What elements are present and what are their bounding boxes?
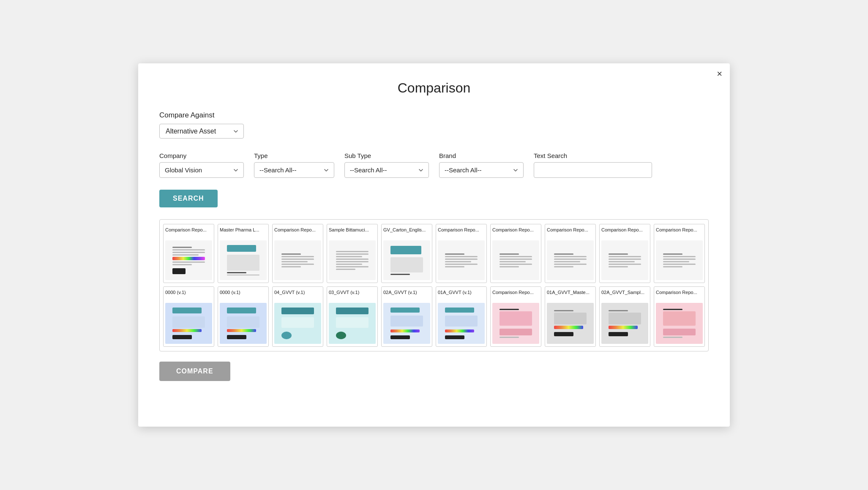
brand-select[interactable]: --Search All-- Brand A Brand B [439,162,524,178]
result-card-title: Comparison Repo... [601,227,648,239]
result-card-title: Comparison Repo... [656,289,703,301]
result-card[interactable]: Comparison Repo... [545,224,596,283]
result-card[interactable]: Comparison Repo... [163,224,214,283]
subtype-filter-group: Sub Type --Search All-- Sub A Sub B [344,152,429,178]
filters-row: Company Global Vision Company A Company … [159,152,709,178]
company-select[interactable]: Global Vision Company A Company B [159,162,244,178]
result-card-thumb [220,240,267,280]
result-card[interactable]: 04_GVVT (v.1) [272,286,323,347]
search-button[interactable]: SEARCH [159,190,218,207]
close-button[interactable]: × [717,69,722,79]
result-card[interactable]: 0000 (v.1) [163,286,214,347]
compare-against-select[interactable]: Alternative Asset Master Document Previo… [159,124,244,139]
result-card[interactable]: Master Pharma L... [218,224,269,283]
type-select[interactable]: --Search All-- Type A Type B [254,162,334,178]
result-card-title: 02A_GVVT (v.1) [383,289,430,301]
result-card-thumb [438,240,485,280]
result-card-thumb [220,303,267,344]
result-card-title: Comparison Repo... [547,227,594,239]
compare-button[interactable]: COMPARE [159,362,230,381]
result-card[interactable]: 01A_GVVT_Maste... [545,286,596,347]
text-search-filter-group: Text Search [534,152,652,178]
result-card-title: GV_Carton_Englis... [383,227,430,239]
result-card-title: Comparison Repo... [165,227,212,239]
result-card[interactable]: 01A_GVVT (v.1) [436,286,487,347]
result-card-title: 02A_GVVT_Sampl... [601,289,648,301]
result-card-thumb [383,303,430,344]
result-card-title: 0000 (v.1) [165,289,212,301]
result-card-thumb [329,303,376,344]
result-card-title: Master Pharma L... [220,227,267,239]
result-card-thumb [329,240,376,280]
comparison-modal: × Comparison Compare Against Alternative… [138,63,730,427]
result-card-thumb [601,240,648,280]
company-label: Company [159,152,244,159]
result-card-thumb [274,303,321,344]
result-card-thumb [274,240,321,280]
result-card[interactable]: Comparison Repo... [490,224,541,283]
result-card-thumb [547,240,594,280]
result-card-title: Comparison Repo... [492,227,539,239]
result-card-thumb [165,303,212,344]
modal-title: Comparison [159,80,709,96]
result-card[interactable]: Sample Bittamuci... [327,224,378,283]
result-card[interactable]: GV_Carton_Englis... [381,224,432,283]
result-card[interactable]: Comparison Repo... [654,286,705,347]
result-card-title: Sample Bittamuci... [329,227,376,239]
subtype-label: Sub Type [344,152,429,159]
compare-against-label: Compare Against [159,111,709,120]
result-card[interactable]: 0000 (v.1) [218,286,269,347]
result-card-thumb [438,303,485,344]
result-card[interactable]: 02A_GVVT_Sampl... [599,286,650,347]
result-card-thumb [492,240,539,280]
result-card-title: Comparison Repo... [438,227,485,239]
result-card-thumb [492,303,539,344]
text-search-input[interactable] [534,162,652,178]
result-card-thumb [547,303,594,344]
result-card-title: 04_GVVT (v.1) [274,289,321,301]
subtype-select[interactable]: --Search All-- Sub A Sub B [344,162,429,178]
result-card-thumb [383,240,430,280]
result-card[interactable]: Comparison Repo... [436,224,487,283]
result-card-title: Comparison Repo... [492,289,539,301]
result-card-title: Comparison Repo... [274,227,321,239]
result-card[interactable]: Comparison Repo... [272,224,323,283]
text-search-label: Text Search [534,152,652,159]
result-card-thumb [656,240,703,280]
result-card-thumb [165,240,212,280]
brand-label: Brand [439,152,524,159]
type-filter-group: Type --Search All-- Type A Type B [254,152,334,178]
brand-filter-group: Brand --Search All-- Brand A Brand B [439,152,524,178]
company-filter-group: Company Global Vision Company A Company … [159,152,244,178]
result-card[interactable]: Comparison Repo... [490,286,541,347]
result-card-title: Comparison Repo... [656,227,703,239]
result-card[interactable]: Comparison Repo... [599,224,650,283]
result-card-title: 0000 (v.1) [220,289,267,301]
results-grid-wrapper[interactable]: Comparison Repo... Master [159,219,709,351]
results-grid: Comparison Repo... Master [163,224,705,347]
result-card[interactable]: 03_GVVT (v.1) [327,286,378,347]
result-card-title: 01A_GVVT (v.1) [438,289,485,301]
result-card-title: 01A_GVVT_Maste... [547,289,594,301]
result-card[interactable]: Comparison Repo... [654,224,705,283]
result-card-thumb [656,303,703,344]
type-label: Type [254,152,334,159]
result-card-title: 03_GVVT (v.1) [329,289,376,301]
compare-against-section: Compare Against Alternative Asset Master… [159,111,709,139]
result-card[interactable]: 02A_GVVT (v.1) [381,286,432,347]
result-card-thumb [601,303,648,344]
